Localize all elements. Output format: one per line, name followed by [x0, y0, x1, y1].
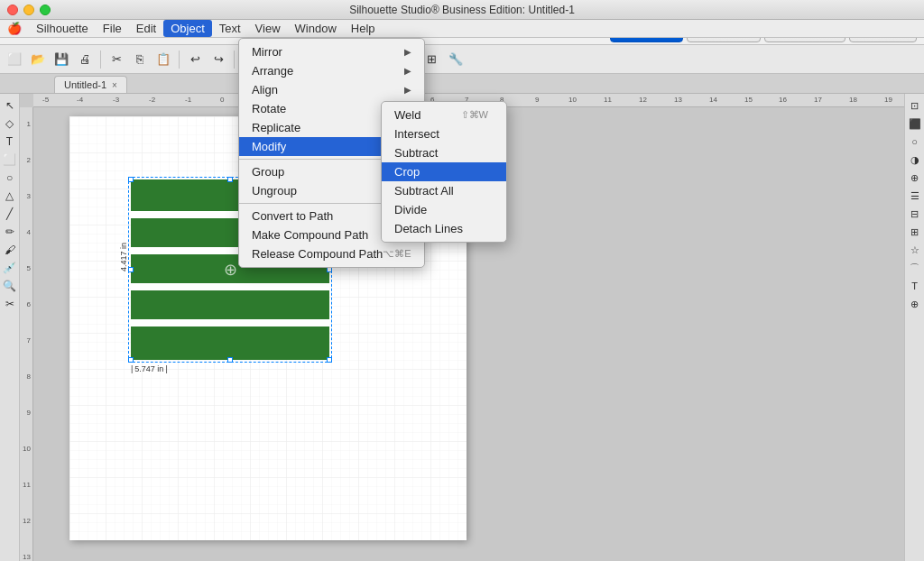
- modify-weld[interactable]: Weld ⇧⌘W: [382, 106, 506, 124]
- modify-subtract-all[interactable]: Subtract All: [382, 181, 506, 200]
- modify-intersect[interactable]: Intersect: [382, 124, 506, 143]
- group-label: Group: [252, 165, 284, 179]
- modify-subtract[interactable]: Subtract: [382, 143, 506, 162]
- menu-view[interactable]: View: [248, 20, 288, 37]
- modify-detach-lines[interactable]: Detach Lines: [382, 219, 506, 238]
- paste-button[interactable]: 📋: [152, 49, 174, 70]
- release-compound-shortcut: ⌥⌘E: [383, 248, 411, 260]
- menu-align[interactable]: Align ▶: [239, 80, 424, 99]
- properties-tool[interactable]: ⊡: [907, 97, 923, 114]
- height-value: 4.417 in: [119, 243, 128, 271]
- eyedropper-tool[interactable]: 💉: [2, 260, 18, 276]
- weld-label: Weld: [394, 108, 420, 122]
- arrange-tool[interactable]: ☰: [907, 188, 923, 204]
- arrange-label: Arrange: [252, 64, 293, 78]
- height-measurement: 4.417 in: [119, 243, 128, 271]
- ellipse-tool[interactable]: ○: [2, 170, 18, 186]
- transform-tool[interactable]: ⊕: [907, 170, 923, 186]
- open-button[interactable]: 📂: [27, 49, 49, 70]
- toolbar-sep-2: [179, 51, 180, 69]
- tab-bar: Untitled-1 ×: [0, 74, 924, 94]
- crop-tool[interactable]: ✂: [2, 296, 18, 312]
- right-toolbar: ⊡ ⬛ ○ ◑ ⊕ ☰ ⊟ ⊞ ☆ ⌒ T ⊕: [904, 94, 924, 561]
- group-r-tool[interactable]: ⊞: [907, 224, 923, 240]
- tab-close-button[interactable]: ×: [112, 80, 117, 90]
- node-tool[interactable]: ◇: [2, 115, 18, 132]
- handle-top-left[interactable]: [128, 177, 134, 182]
- menu-release-compound[interactable]: Release Compound Path ⌥⌘E: [239, 244, 424, 263]
- detach-lines-label: Detach Lines: [394, 222, 463, 235]
- ungroup-label: Ungroup: [252, 184, 297, 198]
- handle-top-mid[interactable]: [227, 177, 233, 182]
- handle-bot-left[interactable]: [128, 357, 134, 363]
- zoom-tool[interactable]: 🔍: [2, 278, 18, 294]
- shadow-tool[interactable]: ◑: [907, 152, 923, 168]
- crop-label: Crop: [394, 165, 420, 179]
- modify-divide[interactable]: Divide: [382, 200, 506, 219]
- copy-button[interactable]: ⎘: [129, 49, 151, 70]
- redo-button[interactable]: ↪: [208, 49, 229, 70]
- more-tool[interactable]: ⊕: [907, 296, 923, 312]
- document-tab[interactable]: Untitled-1 ×: [54, 76, 127, 93]
- text-r-tool[interactable]: T: [907, 278, 923, 294]
- line-tool[interactable]: ╱: [2, 206, 18, 222]
- menu-silhouette[interactable]: Silhouette: [29, 20, 96, 37]
- weld-shortcut: ⇧⌘W: [461, 109, 488, 121]
- fill-tool[interactable]: ⬛: [907, 115, 923, 132]
- pen-tool[interactable]: ✏: [2, 224, 18, 240]
- minimize-button[interactable]: [23, 5, 34, 15]
- traffic-lights: [7, 5, 51, 15]
- close-button[interactable]: [7, 5, 18, 15]
- stripe-3: [131, 283, 329, 290]
- menu-edit[interactable]: Edit: [129, 20, 163, 37]
- menu-mirror[interactable]: Mirror ▶: [239, 42, 424, 61]
- polygon-tool[interactable]: △: [2, 188, 18, 204]
- mirror-arrow: ▶: [404, 47, 411, 57]
- menu-file[interactable]: File: [96, 20, 129, 37]
- tab-label: Untitled-1: [64, 79, 106, 90]
- toolbar-sep-1: [100, 51, 101, 69]
- mirror-label: Mirror: [252, 45, 282, 59]
- convert-to-path-label: Convert to Path: [252, 209, 333, 223]
- menu-help[interactable]: Help: [344, 20, 383, 37]
- handle-bot-mid[interactable]: [227, 357, 233, 363]
- rotate-label: Rotate: [252, 102, 286, 115]
- print-button[interactable]: 🖨: [74, 49, 96, 70]
- stroke-tool[interactable]: ○: [907, 133, 923, 150]
- paint-tool[interactable]: 🖌: [2, 242, 18, 258]
- main-toolbar: ⬜ 📂 💾 🖨 ✂ ⎘ 📋 ↩ ↪ X Y 🔍 ⬛ ⊞ 🔧: [0, 45, 924, 74]
- width-measurement: | 5.747 in |: [131, 364, 168, 373]
- align-label: Align: [252, 83, 278, 97]
- align-arrow: ▶: [404, 85, 411, 95]
- modify-crop[interactable]: Crop: [382, 162, 506, 181]
- menu-arrange[interactable]: Arrange ▶: [239, 61, 424, 80]
- star-tool[interactable]: ☆: [907, 242, 923, 258]
- undo-button[interactable]: ↩: [184, 49, 206, 70]
- menu-object[interactable]: Object: [163, 20, 212, 37]
- window-title: Silhouette Studio® Business Edition: Unt…: [349, 4, 575, 16]
- menu-text[interactable]: Text: [212, 20, 248, 37]
- snap-btn[interactable]: 🔧: [445, 49, 467, 70]
- menu-window[interactable]: Window: [288, 20, 344, 37]
- make-compound-label: Make Compound Path: [252, 228, 368, 242]
- cut-button[interactable]: ✂: [106, 49, 127, 70]
- subtract-label: Subtract: [394, 146, 438, 160]
- text-tool[interactable]: T: [2, 133, 18, 150]
- maximize-button[interactable]: [40, 5, 51, 15]
- select-tool[interactable]: ↖: [2, 97, 18, 114]
- apple-menu[interactable]: 🍎: [0, 20, 29, 37]
- replicate-label: Replicate: [252, 121, 300, 134]
- shape-tool[interactable]: ⬜: [2, 152, 18, 168]
- new-button[interactable]: ⬜: [4, 49, 25, 70]
- handle-bot-right[interactable]: [327, 357, 332, 363]
- save-button[interactable]: 💾: [51, 49, 72, 70]
- stripe-4: [131, 319, 329, 326]
- handle-mid-left[interactable]: [128, 267, 134, 272]
- bezier-tool[interactable]: ⌒: [907, 260, 923, 276]
- left-toolbar: ↖ ◇ T ⬜ ○ △ ╱ ✏ 🖌 💉 🔍 ✂: [0, 94, 20, 561]
- release-compound-label: Release Compound Path: [252, 247, 383, 261]
- align-r-tool[interactable]: ⊟: [907, 206, 923, 222]
- left-ruler: 1 2 3 4 5 6 7 8 9 10 11 12 13: [20, 107, 33, 561]
- menu-bar: 🍎 Silhouette File Edit Object Text View …: [0, 20, 924, 38]
- toolbar-sep-3: [234, 51, 235, 69]
